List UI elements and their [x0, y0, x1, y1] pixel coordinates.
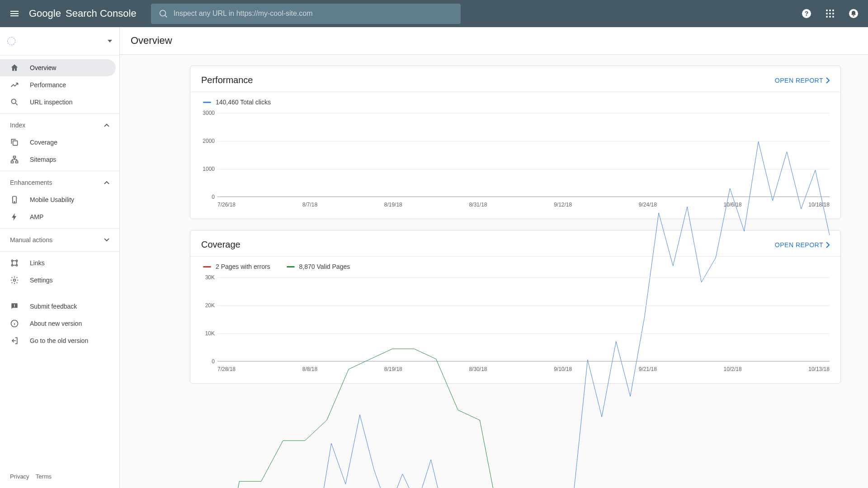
- exit-icon: [10, 336, 19, 345]
- legend-swatch: [203, 266, 211, 267]
- sidebar-item-amp[interactable]: AMP: [0, 208, 116, 225]
- svg-point-10: [829, 16, 831, 18]
- open-report-button[interactable]: OPEN REPORT: [775, 77, 830, 84]
- sidebar-item-submit-feedback[interactable]: Submit feedback: [0, 298, 116, 315]
- legend-item: 140,460 Total clicks: [203, 99, 271, 106]
- section-title: Enhancements: [10, 179, 52, 186]
- y-tick: 0: [201, 194, 215, 200]
- y-tick: 30K: [201, 274, 215, 281]
- notifications-icon[interactable]: [844, 5, 863, 23]
- info-icon: [10, 319, 19, 328]
- sidebar-item-overview[interactable]: Overview: [0, 59, 116, 76]
- links-icon: [10, 258, 19, 267]
- sidebar-item-label: Mobile Usability: [30, 196, 74, 203]
- sidebar-item-coverage[interactable]: Coverage: [0, 134, 116, 151]
- sidebar-item-go-to-the-old-version[interactable]: Go to the old version: [0, 332, 116, 349]
- sidebar-item-url-inspection[interactable]: URL inspection: [0, 94, 116, 111]
- sidebar-item-label: Submit feedback: [30, 303, 77, 310]
- legend-swatch: [203, 102, 211, 103]
- gear-icon: [10, 276, 19, 285]
- performance-card: Performance OPEN REPORT 140,460 Total cl…: [190, 66, 841, 219]
- coverage-chart: 30K20K10K0: [217, 277, 830, 361]
- menu-icon[interactable]: [5, 5, 24, 23]
- sidebar-item-performance[interactable]: Performance: [0, 76, 116, 94]
- sidebar-item-about-new-version[interactable]: About new version: [0, 315, 116, 332]
- svg-rect-15: [14, 156, 16, 158]
- sidebar-item-links[interactable]: Links: [0, 254, 116, 272]
- section-title: Manual actions: [10, 236, 52, 244]
- svg-point-20: [11, 260, 13, 261]
- sidebar-item-label: About new version: [30, 320, 82, 327]
- search-icon: [10, 98, 19, 107]
- y-tick: 10K: [201, 330, 215, 337]
- sidebar-item-mobile-usability[interactable]: Mobile Usability: [0, 191, 116, 208]
- y-tick: 1000: [201, 166, 215, 172]
- sidebar-item-label: AMP: [30, 213, 43, 221]
- svg-point-23: [16, 264, 17, 266]
- svg-point-21: [16, 260, 17, 261]
- url-inspect-searchbar[interactable]: [151, 4, 461, 24]
- sidebar: OverviewPerformanceURL inspectionIndexCo…: [0, 27, 120, 488]
- svg-point-6: [826, 13, 828, 14]
- svg-point-19: [14, 202, 15, 202]
- svg-rect-26: [14, 306, 15, 307]
- nav-section-enhancements[interactable]: Enhancements: [0, 174, 119, 191]
- svg-point-13: [11, 99, 16, 103]
- svg-rect-17: [16, 161, 18, 163]
- nav-section-manual-actions[interactable]: Manual actions: [0, 231, 119, 249]
- terms-link[interactable]: Terms: [36, 473, 52, 480]
- svg-point-8: [832, 13, 834, 14]
- chevron-down-icon: [108, 40, 112, 42]
- phone-icon: [10, 195, 19, 204]
- chevron-down-icon: [104, 238, 109, 242]
- performance-chart: 3000200010000: [217, 113, 830, 197]
- chart-legend: 140,460 Total clicks: [201, 94, 830, 113]
- logo-product: Search Console: [66, 8, 137, 19]
- svg-point-5: [832, 9, 834, 11]
- privacy-link[interactable]: Privacy: [10, 473, 29, 480]
- svg-rect-25: [14, 305, 15, 306]
- sitemap-icon: [10, 155, 19, 164]
- svg-point-7: [829, 13, 831, 14]
- product-logo: Google Search Console: [29, 8, 137, 19]
- trending-icon: [10, 80, 19, 89]
- svg-text:?: ?: [805, 10, 809, 17]
- y-tick: 2000: [201, 138, 215, 144]
- main-content: Overview Performance OPEN REPORT 140,460…: [120, 27, 868, 488]
- svg-point-4: [829, 9, 831, 11]
- svg-point-24: [14, 279, 16, 282]
- help-icon[interactable]: ?: [797, 5, 816, 23]
- section-title: Index: [10, 122, 25, 129]
- page-title: Overview: [120, 27, 868, 55]
- sidebar-item-sitemaps[interactable]: Sitemaps: [0, 151, 116, 168]
- property-selector[interactable]: [0, 27, 119, 56]
- svg-point-22: [11, 264, 13, 266]
- copy-icon: [10, 138, 19, 147]
- chevron-right-icon: [826, 77, 830, 84]
- sidebar-legal: Privacy Terms: [0, 465, 119, 488]
- y-tick: 3000: [201, 110, 215, 116]
- open-report-label: OPEN REPORT: [775, 77, 823, 84]
- url-inspect-input[interactable]: [174, 9, 453, 18]
- apps-icon[interactable]: [821, 5, 839, 23]
- nav-section-index[interactable]: Index: [0, 117, 119, 134]
- home-icon: [10, 63, 19, 72]
- sidebar-item-label: Go to the old version: [30, 337, 88, 344]
- amp-icon: [10, 212, 19, 221]
- sidebar-item-label: Sitemaps: [30, 156, 56, 163]
- search-icon: [158, 9, 168, 19]
- svg-point-3: [826, 9, 828, 11]
- logo-google: Google: [29, 8, 61, 19]
- svg-point-0: [160, 10, 165, 16]
- svg-point-9: [826, 16, 828, 18]
- svg-point-11: [832, 16, 834, 18]
- y-tick: 20K: [201, 302, 215, 309]
- sidebar-item-label: URL inspection: [30, 99, 72, 106]
- sidebar-item-label: Performance: [30, 81, 66, 89]
- sidebar-item-settings[interactable]: Settings: [0, 272, 116, 289]
- sidebar-item-label: Links: [30, 259, 45, 267]
- y-tick: 0: [201, 358, 215, 365]
- sidebar-item-label: Settings: [30, 277, 53, 284]
- svg-rect-16: [11, 161, 14, 163]
- feedback-icon: [10, 302, 19, 311]
